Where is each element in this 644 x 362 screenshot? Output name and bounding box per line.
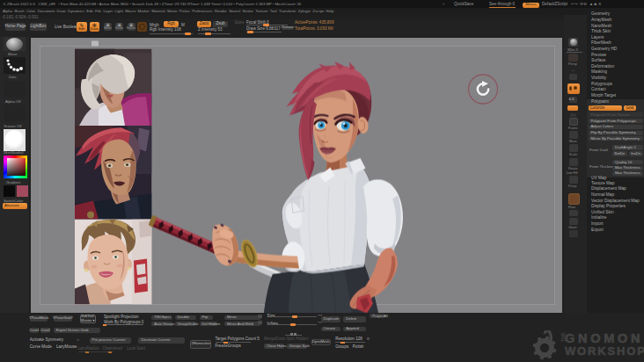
svg-text:WORKSHOP: WORKSHOP [565, 344, 644, 358]
